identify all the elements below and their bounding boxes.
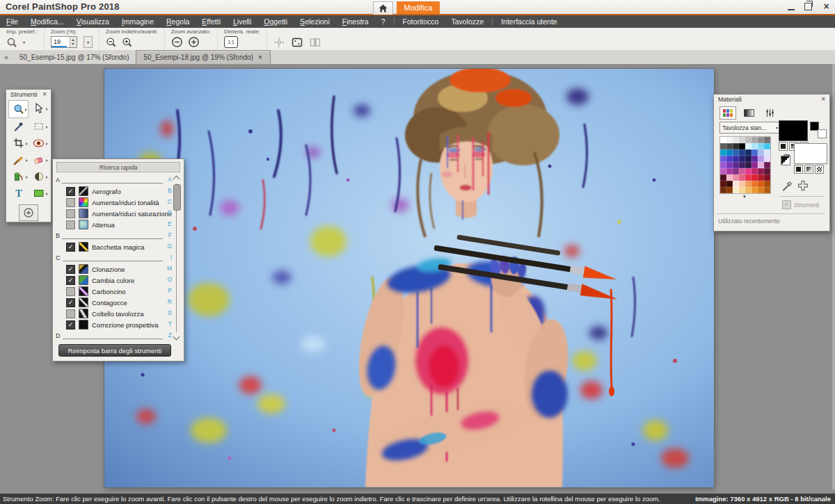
color-swatch[interactable]: [720, 187, 726, 193]
color-swatch[interactable]: [764, 162, 770, 168]
color-swatch[interactable]: [745, 143, 752, 149]
color-swatch[interactable]: [726, 168, 733, 174]
minimize-icon[interactable]: [788, 3, 795, 10]
color-swatch[interactable]: [720, 156, 726, 162]
swatches-tab[interactable]: [719, 106, 736, 120]
menu-item-tavolozze[interactable]: Tavolozze: [445, 15, 490, 28]
index-letter[interactable]: M: [167, 265, 172, 272]
text-tool[interactable]: T: [8, 185, 29, 202]
zoom-percent-dropdown[interactable]: ▾: [84, 36, 93, 48]
close-icon[interactable]: ×: [822, 2, 831, 11]
step-down-icon[interactable]: [72, 43, 74, 45]
color-swatch[interactable]: [752, 143, 758, 149]
color-swatch[interactable]: [733, 162, 739, 168]
color-swatch[interactable]: [726, 156, 733, 162]
quick-search-item[interactable]: ✓AerografoB: [56, 186, 163, 197]
gradient-tab[interactable]: [740, 106, 757, 120]
tool-checkbox[interactable]: [66, 209, 75, 218]
menu-item-immagine[interactable]: Immagine: [116, 15, 160, 28]
color-swatch[interactable]: [758, 137, 764, 143]
color-swatch[interactable]: [745, 181, 752, 187]
color-swatch[interactable]: [752, 149, 758, 156]
color-swatch[interactable]: [720, 168, 726, 174]
eraser-tool[interactable]: [29, 152, 49, 168]
quick-search-item[interactable]: ✓ClonazioneM: [56, 263, 163, 275]
red-eye-tool[interactable]: [29, 135, 49, 152]
quick-search-header[interactable]: Ricerca rapida: [56, 162, 180, 172]
color-swatch[interactable]: [758, 156, 764, 162]
color-swatch[interactable]: [764, 187, 770, 193]
color-swatch[interactable]: [745, 162, 752, 168]
selection-tool[interactable]: [29, 118, 49, 135]
color-swatch[interactable]: [758, 149, 764, 156]
quick-search-item[interactable]: Aumenta/riduci tonalitàC: [56, 197, 163, 208]
color-swatch[interactable]: [726, 143, 733, 149]
tool-checkbox[interactable]: ✓: [66, 276, 75, 285]
tools-checkbox[interactable]: ✓: [782, 200, 791, 209]
tool-checkbox[interactable]: ✓: [66, 243, 75, 252]
mini-background-swatch[interactable]: [818, 129, 827, 138]
color-swatch[interactable]: [745, 149, 752, 156]
menu-item-effetti[interactable]: Effetti: [196, 15, 227, 28]
color-swatch[interactable]: [739, 149, 745, 156]
bg-pattern-button[interactable]: [815, 165, 824, 174]
zoom-tool[interactable]: [8, 100, 29, 118]
color-swatch[interactable]: [752, 181, 758, 187]
dropdown-icon[interactable]: ▾: [23, 40, 25, 44]
color-swatch[interactable]: [720, 162, 726, 168]
color-swatch[interactable]: [758, 187, 764, 193]
color-swatch[interactable]: [764, 143, 770, 149]
zoom-preset-icon[interactable]: [6, 37, 18, 48]
tool-checkbox[interactable]: ✓: [66, 320, 75, 330]
color-swatch[interactable]: [733, 187, 739, 193]
color-swatch[interactable]: [758, 168, 764, 174]
color-swatch[interactable]: [726, 137, 733, 143]
zoom-in-icon[interactable]: [122, 37, 133, 48]
mini-color-pair[interactable]: [810, 122, 827, 138]
color-swatch[interactable]: [733, 143, 739, 149]
real-size-icon[interactable]: 1:1: [224, 36, 238, 48]
color-swatch[interactable]: [726, 162, 733, 168]
shape-tool[interactable]: [29, 185, 49, 202]
fg-solid-button[interactable]: [779, 142, 788, 151]
menu-item-modifica-[interactable]: Modifica...: [24, 15, 70, 28]
step-up-icon[interactable]: [72, 39, 74, 41]
tool-checkbox[interactable]: [66, 198, 75, 207]
color-swatch[interactable]: [752, 168, 758, 174]
color-swatch[interactable]: [752, 156, 758, 162]
mixer-tab[interactable]: [761, 106, 778, 120]
reset-toolbar-button[interactable]: Reimposta barra degli strumenti: [58, 344, 171, 357]
color-swatch[interactable]: [733, 149, 739, 156]
color-swatch[interactable]: [745, 137, 752, 143]
color-swatch[interactable]: [764, 137, 770, 143]
color-swatch[interactable]: [758, 143, 764, 149]
color-swatch[interactable]: [745, 156, 752, 162]
scroll-thumb[interactable]: [173, 184, 181, 211]
background-color-swatch[interactable]: [794, 143, 827, 164]
menu-item-regola[interactable]: Regola: [160, 15, 196, 28]
bg-solid-button[interactable]: [794, 165, 803, 174]
home-button[interactable]: [373, 1, 393, 15]
color-swatch[interactable]: [739, 137, 745, 143]
quick-search-item[interactable]: ✓Cambia coloreO: [56, 275, 163, 286]
quick-search-item[interactable]: ✓Correzione prospettivaT: [56, 319, 163, 330]
scroll-up-icon[interactable]: [173, 176, 180, 183]
color-swatch[interactable]: [764, 156, 770, 162]
restore-icon[interactable]: [804, 3, 812, 10]
crop-tool[interactable]: [8, 135, 29, 152]
color-swatch[interactable]: [764, 174, 770, 181]
color-swatch[interactable]: [758, 174, 764, 181]
add-tools-button[interactable]: [19, 204, 38, 221]
color-swatch[interactable]: [726, 181, 733, 187]
color-swatch[interactable]: [739, 174, 745, 181]
lighten-darken-tool[interactable]: [29, 168, 49, 185]
menu-item-interfaccia-utente[interactable]: Interfaccia utente: [495, 15, 564, 28]
color-swatch[interactable]: [764, 149, 770, 156]
pick-tool[interactable]: [29, 100, 49, 117]
tool-checkbox[interactable]: ✓: [66, 265, 75, 274]
color-swatch[interactable]: [739, 181, 745, 187]
brush-tool[interactable]: [8, 152, 29, 168]
color-swatch[interactable]: [733, 181, 739, 187]
color-swatch[interactable]: [720, 174, 726, 181]
quick-search-item[interactable]: Coltello tavolozzaS: [56, 308, 163, 319]
